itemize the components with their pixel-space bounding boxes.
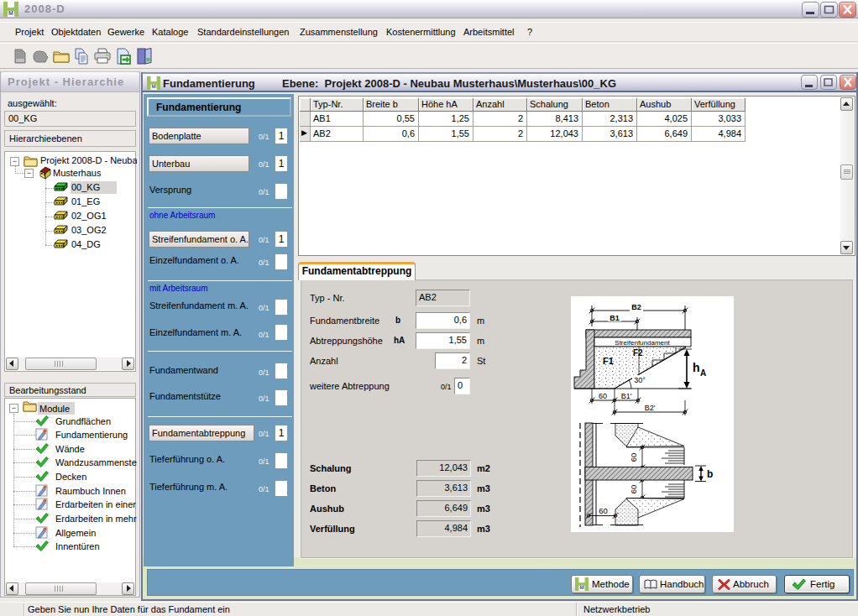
svg-text:M: M	[579, 584, 583, 590]
svg-text:Streifenfundament: Streifenfundament	[615, 339, 670, 347]
svg-text:b: b	[707, 468, 713, 480]
svg-text:M: M	[151, 83, 155, 89]
svg-text:B2': B2'	[645, 404, 656, 412]
svg-text:M: M	[8, 10, 13, 16]
svg-text:A: A	[700, 368, 706, 378]
svg-text:B2: B2	[631, 303, 641, 311]
svg-text:60: 60	[599, 506, 608, 515]
svg-text:60: 60	[629, 485, 638, 494]
svg-text:F1: F1	[603, 356, 614, 366]
svg-text:60: 60	[599, 392, 607, 400]
svg-text:60: 60	[629, 453, 638, 462]
svg-text:F2: F2	[633, 348, 643, 358]
svg-text:B1': B1'	[621, 392, 632, 400]
svg-text:h: h	[693, 361, 700, 374]
svg-text:B1: B1	[609, 314, 620, 322]
svg-text:30°: 30°	[634, 376, 646, 384]
